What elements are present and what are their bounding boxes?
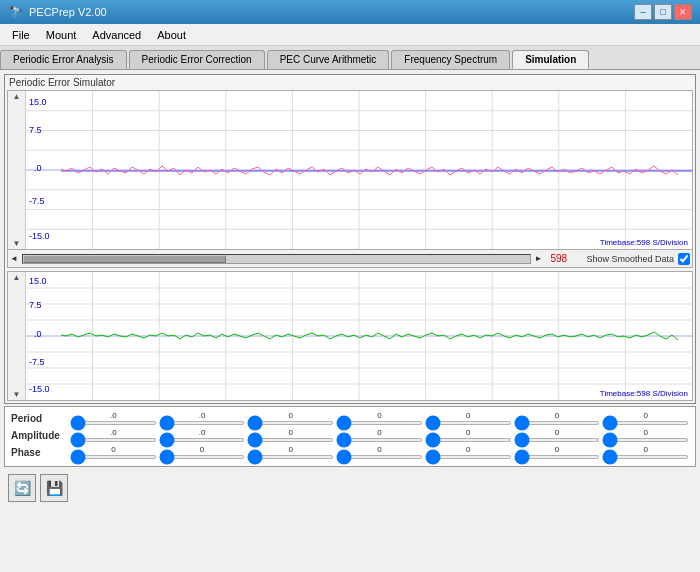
parameters-section: Period .0 .0 0 0 0 bbox=[4, 406, 696, 467]
period-range-5[interactable] bbox=[425, 421, 512, 425]
close-button[interactable]: ✕ bbox=[674, 4, 692, 20]
period-range-3[interactable] bbox=[247, 421, 334, 425]
chart-plot-2: 15.0 7.5 .0 -7.5 -15.0 Timebase:598 S/Di… bbox=[26, 272, 692, 400]
amplitude-range-2[interactable] bbox=[159, 438, 246, 442]
tab-bar: Periodic Error Analysis Periodic Error C… bbox=[0, 46, 700, 70]
phase-range-2[interactable] bbox=[159, 455, 246, 459]
amplitude-range-4[interactable] bbox=[336, 438, 423, 442]
app-icon: 🔭 bbox=[8, 5, 23, 19]
chart1: ▲ ▼ bbox=[7, 90, 693, 250]
period-range-7[interactable] bbox=[602, 421, 689, 425]
y-axis-controls-2: ▲ ▼ bbox=[8, 272, 26, 400]
period-slider-5: 0 bbox=[425, 411, 512, 425]
tab-frequency-spectrum[interactable]: Frequency Spectrum bbox=[391, 50, 510, 69]
simulation-panel: Periodic Error Simulator ▲ ▼ bbox=[4, 74, 696, 404]
amplitude-range-5[interactable] bbox=[425, 438, 512, 442]
amplitude-slider-4: 0 bbox=[336, 428, 423, 442]
menu-bar: File Mount Advanced About bbox=[0, 24, 700, 46]
phase-range-4[interactable] bbox=[336, 455, 423, 459]
svg-text:7.5: 7.5 bbox=[29, 300, 42, 310]
phase-range-3[interactable] bbox=[247, 455, 334, 459]
chart-plot-1: 15.0 7.5 .0 -7.5 -15.0 Timebase:598 S/Di… bbox=[26, 91, 692, 249]
amplitude-label: Amplitude bbox=[11, 430, 66, 441]
tab-periodic-error-analysis[interactable]: Periodic Error Analysis bbox=[0, 50, 127, 69]
scrollbar-row: ◄ ► 598 Show Smoothed Data bbox=[7, 250, 693, 268]
scrollbar-thumb[interactable] bbox=[23, 255, 226, 263]
svg-text:.0: .0 bbox=[34, 329, 42, 339]
amplitude-slider-2: .0 bbox=[159, 428, 246, 442]
svg-text:15.0: 15.0 bbox=[29, 276, 47, 286]
menu-file[interactable]: File bbox=[4, 27, 38, 43]
phase-sliders: 0 0 0 0 0 bbox=[70, 445, 689, 459]
period-slider-2: .0 bbox=[159, 411, 246, 425]
phase-row: Phase 0 0 0 0 0 bbox=[11, 445, 689, 459]
svg-text:7.5: 7.5 bbox=[29, 125, 42, 135]
tab-pec-curve-arithmetic[interactable]: PEC Curve Arithmetic bbox=[267, 50, 390, 69]
amplitude-slider-1: .0 bbox=[70, 428, 157, 442]
phase-range-6[interactable] bbox=[514, 455, 601, 459]
refresh-button[interactable]: 🔄 bbox=[8, 474, 36, 502]
menu-advanced[interactable]: Advanced bbox=[84, 27, 149, 43]
phase-slider-7: 0 bbox=[602, 445, 689, 459]
svg-text:15.0: 15.0 bbox=[29, 97, 47, 107]
show-smoothed-label: Show Smoothed Data bbox=[586, 254, 674, 264]
svg-text:-7.5: -7.5 bbox=[29, 357, 45, 367]
save-icon: 💾 bbox=[46, 480, 63, 496]
phase-slider-4: 0 bbox=[336, 445, 423, 459]
title-bar: 🔭 PECPrep V2.00 – □ ✕ bbox=[0, 0, 700, 24]
phase-range-5[interactable] bbox=[425, 455, 512, 459]
amplitude-row: Amplitude .0 .0 0 0 bbox=[11, 428, 689, 442]
period-slider-3: 0 bbox=[247, 411, 334, 425]
period-range-6[interactable] bbox=[514, 421, 601, 425]
phase-slider-2: 0 bbox=[159, 445, 246, 459]
y-up-arrow-2[interactable]: ▲ bbox=[12, 272, 22, 283]
period-slider-7: 0 bbox=[602, 411, 689, 425]
period-sliders: .0 .0 0 0 0 bbox=[70, 411, 689, 425]
maximize-button[interactable]: □ bbox=[654, 4, 672, 20]
save-button[interactable]: 💾 bbox=[40, 474, 68, 502]
amplitude-range-6[interactable] bbox=[514, 438, 601, 442]
tab-simulation[interactable]: Simulation bbox=[512, 50, 589, 69]
amplitude-slider-3: 0 bbox=[247, 428, 334, 442]
period-row: Period .0 .0 0 0 0 bbox=[11, 411, 689, 425]
scroll-value: 598 bbox=[550, 253, 574, 264]
period-range-1[interactable] bbox=[70, 421, 157, 425]
scroll-left-arrow[interactable]: ◄ bbox=[10, 254, 18, 263]
scroll-right-arrow[interactable]: ► bbox=[535, 254, 543, 263]
chart-svg-1: 15.0 7.5 .0 -7.5 -15.0 bbox=[26, 91, 692, 249]
chart-svg-2: 15.0 7.5 .0 -7.5 -15.0 bbox=[26, 272, 692, 400]
tab-periodic-error-correction[interactable]: Periodic Error Correction bbox=[129, 50, 265, 69]
show-smoothed-checkbox[interactable] bbox=[678, 253, 690, 265]
refresh-icon: 🔄 bbox=[14, 480, 31, 496]
period-slider-4: 0 bbox=[336, 411, 423, 425]
period-slider-6: 0 bbox=[514, 411, 601, 425]
phase-slider-3: 0 bbox=[247, 445, 334, 459]
y-down-arrow-1[interactable]: ▼ bbox=[12, 238, 22, 249]
simulation-panel-title: Periodic Error Simulator bbox=[7, 77, 693, 88]
amplitude-range-3[interactable] bbox=[247, 438, 334, 442]
period-range-4[interactable] bbox=[336, 421, 423, 425]
y-down-arrow-2[interactable]: ▼ bbox=[12, 389, 22, 400]
y-up-arrow-1[interactable]: ▲ bbox=[12, 91, 22, 102]
menu-about[interactable]: About bbox=[149, 27, 194, 43]
menu-mount[interactable]: Mount bbox=[38, 27, 85, 43]
scrollbar-track[interactable] bbox=[22, 254, 531, 264]
phase-slider-5: 0 bbox=[425, 445, 512, 459]
period-slider-1: .0 bbox=[70, 411, 157, 425]
minimize-button[interactable]: – bbox=[634, 4, 652, 20]
svg-text:-15.0: -15.0 bbox=[29, 231, 50, 241]
amplitude-sliders: .0 .0 0 0 0 bbox=[70, 428, 689, 442]
phase-range-7[interactable] bbox=[602, 455, 689, 459]
app-title: PECPrep V2.00 bbox=[29, 6, 107, 18]
timebase-label-2: Timebase:598 S/Division bbox=[600, 389, 688, 398]
amplitude-slider-7: 0 bbox=[602, 428, 689, 442]
amplitude-range-1[interactable] bbox=[70, 438, 157, 442]
period-range-2[interactable] bbox=[159, 421, 246, 425]
period-label: Period bbox=[11, 413, 66, 424]
phase-slider-6: 0 bbox=[514, 445, 601, 459]
svg-text:-7.5: -7.5 bbox=[29, 196, 45, 206]
y-axis-controls-1: ▲ ▼ bbox=[8, 91, 26, 249]
amplitude-range-7[interactable] bbox=[602, 438, 689, 442]
phase-range-1[interactable] bbox=[70, 455, 157, 459]
timebase-label-1: Timebase:598 S/Division bbox=[600, 238, 688, 247]
